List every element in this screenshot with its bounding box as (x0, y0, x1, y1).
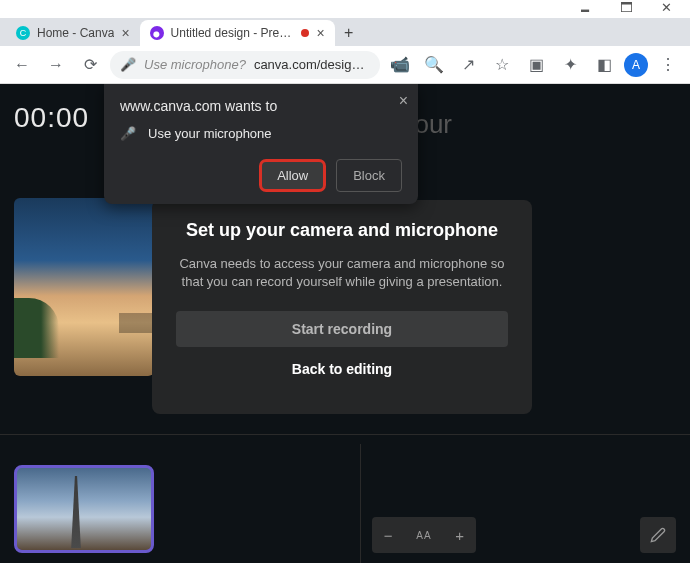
back-to-editing-link[interactable]: Back to editing (292, 361, 392, 377)
zoom-out-icon[interactable]: − (384, 527, 393, 544)
permission-prompt: × www.canva.com wants to 🎤 Use your micr… (104, 84, 418, 204)
window-controls: 🗕 🗖 ✕ (0, 0, 690, 18)
tab-home[interactable]: C Home - Canva × (6, 20, 140, 46)
block-button[interactable]: Block (336, 159, 402, 192)
permission-text: Use your microphone (148, 126, 272, 141)
canva-favicon-icon: ⬤ (150, 26, 164, 40)
tab-strip: C Home - Canva × ⬤ Untitled design - Pre… (0, 18, 690, 46)
maximize-icon[interactable]: 🗖 (620, 0, 633, 15)
text-zoom-control: − AA + (372, 517, 476, 553)
menu-icon[interactable]: ⋮ (654, 51, 682, 79)
profile-avatar[interactable]: A (624, 53, 648, 77)
forward-icon[interactable]: → (42, 51, 70, 79)
omnibox-hint: Use microphone? (144, 57, 246, 72)
camera-icon[interactable]: 📹 (386, 51, 414, 79)
bookmark-icon[interactable]: ☆ (488, 51, 516, 79)
mic-permission-icon: 🎤 (120, 57, 136, 72)
tab-design[interactable]: ⬤ Untitled design - Presen × (140, 20, 335, 46)
slide-thumbnail[interactable] (14, 465, 154, 553)
modal-body: Canva needs to access your camera and mi… (176, 255, 508, 291)
slide-preview-large (14, 198, 154, 376)
horizontal-divider (0, 434, 690, 435)
close-tab-icon[interactable]: × (316, 25, 324, 41)
close-tab-icon[interactable]: × (121, 25, 129, 41)
setup-modal: Set up your camera and microphone Canva … (152, 200, 532, 414)
modal-heading: Set up your camera and microphone (186, 220, 498, 241)
tab-title: Untitled design - Presen (171, 26, 295, 40)
zoom-label: AA (416, 530, 431, 541)
recording-indicator-icon (301, 29, 309, 37)
vertical-divider (360, 444, 361, 563)
close-window-icon[interactable]: ✕ (661, 0, 672, 15)
page-content: 00:00 d notes to your sign Set up your c… (0, 84, 690, 563)
allow-button[interactable]: Allow (259, 159, 326, 192)
pencil-icon (650, 527, 666, 543)
zoom-icon[interactable]: 🔍 (420, 51, 448, 79)
close-icon[interactable]: × (399, 92, 408, 110)
permission-buttons: Allow Block (120, 159, 402, 192)
microphone-icon: 🎤 (120, 126, 136, 141)
reload-icon[interactable]: ⟳ (76, 51, 104, 79)
omnibox[interactable]: 🎤 Use microphone? canva.com/design/DA... (110, 51, 380, 79)
omnibox-url: canva.com/design/DA... (254, 57, 370, 72)
permission-title: www.canva.com wants to (120, 98, 402, 114)
zoom-in-icon[interactable]: + (455, 527, 464, 544)
edit-button[interactable] (640, 517, 676, 553)
sidepanel-icon[interactable]: ◧ (590, 51, 618, 79)
new-tab-button[interactable]: + (335, 20, 363, 46)
extensions-icon[interactable]: ✦ (556, 51, 584, 79)
browser-toolbar: ← → ⟳ 🎤 Use microphone? canva.com/design… (0, 46, 690, 84)
back-icon[interactable]: ← (8, 51, 36, 79)
tab-title: Home - Canva (37, 26, 114, 40)
permission-row: 🎤 Use your microphone (120, 126, 402, 141)
recording-timer: 00:00 (14, 102, 89, 134)
start-recording-button[interactable]: Start recording (176, 311, 508, 347)
share-icon[interactable]: ↗ (454, 51, 482, 79)
install-icon[interactable]: ▣ (522, 51, 550, 79)
minimize-icon[interactable]: 🗕 (579, 0, 592, 15)
canva-favicon-icon: C (16, 26, 30, 40)
